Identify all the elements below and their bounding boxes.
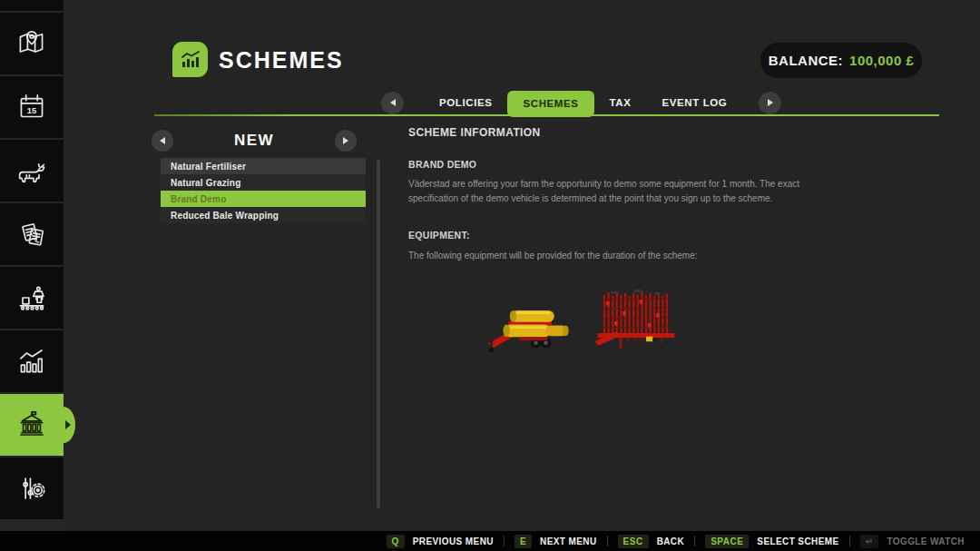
sidebar-item-animals[interactable]: [0, 140, 64, 202]
sidebar-item-settings[interactable]: [0, 458, 64, 519]
chevron-right-icon: [343, 137, 348, 144]
key-space: SPACE: [705, 535, 749, 548]
finance-icon: [13, 406, 51, 444]
tabs-prev-button[interactable]: [381, 92, 404, 114]
schemes-chart-icon: [179, 48, 202, 72]
key-esc: ESC: [618, 535, 649, 548]
animals-icon: [13, 152, 51, 190]
equipment-harrow-image: [594, 288, 678, 359]
balance-value: 100,000 £: [849, 53, 914, 68]
hint-toggle-watch: ↵ TOGGLE WATCH: [860, 535, 975, 548]
key-q: Q: [387, 535, 405, 548]
hint-previous-menu: Q PREVIOUS MENU: [387, 535, 504, 548]
page-title: SCHEMES: [219, 47, 344, 74]
list-item-reduced-bale-wrapping[interactable]: Reduced Bale Wrapping: [161, 207, 366, 223]
map-icon: [13, 25, 51, 63]
sidebar-item-production[interactable]: [0, 267, 64, 329]
equipment-images: [485, 277, 681, 359]
scheme-description: Väderstad are offering your farm the opp…: [408, 177, 815, 206]
sidebar: 15: [0, 0, 64, 531]
sidebar-item-map[interactable]: [0, 13, 64, 74]
production-icon: [13, 279, 51, 317]
hint-separator: [504, 536, 505, 546]
hint-separator: [849, 536, 850, 546]
hint-separator: [607, 536, 608, 546]
tab-bar: POLICIES SCHEMES TAX EVENT LOG: [381, 89, 781, 116]
equipment-roller-image: [485, 300, 578, 359]
equipment-heading: EQUIPMENT:: [408, 230, 470, 241]
settings-icon: [13, 469, 51, 507]
calendar-icon: 15: [13, 88, 51, 126]
sidebar-item-calendar[interactable]: 15: [0, 76, 64, 138]
sidebar-item-finance[interactable]: [0, 394, 64, 456]
scheme-list: Natural Fertiliser Natural Grazing Brand…: [161, 158, 366, 223]
sidebar-item-cropped[interactable]: [0, 0, 64, 11]
schemes-screen: 15: [0, 0, 980, 551]
key-e: E: [514, 535, 532, 548]
contracts-icon: [13, 215, 51, 253]
list-item-brand-demo[interactable]: Brand Demo: [161, 191, 366, 207]
chevron-left-icon: [390, 99, 396, 106]
schemes-app-icon: [172, 42, 208, 77]
hint-label: NEXT MENU: [540, 536, 597, 546]
chevron-right-icon: [768, 99, 773, 106]
balance-badge: BALANCE: 100,000 £: [760, 43, 922, 78]
hint-label: SELECT SCHEME: [757, 536, 838, 546]
tab-tax[interactable]: TAX: [594, 89, 647, 116]
category-title: NEW: [234, 132, 274, 150]
hint-label: TOGGLE WATCH: [887, 536, 965, 546]
hint-back: ESC BACK: [618, 535, 695, 548]
active-pointer-icon: [65, 420, 71, 429]
tab-policies[interactable]: POLICIES: [424, 89, 507, 116]
sidebar-item-contracts[interactable]: [0, 203, 64, 265]
key-hint-bar: Q PREVIOUS MENU E NEXT MENU ESC BACK SPA…: [0, 531, 980, 551]
equipment-note: The following equipment will be provided…: [408, 251, 698, 261]
hint-select-scheme: SPACE SELECT SCHEME: [705, 535, 848, 548]
category-prev-button[interactable]: [152, 130, 173, 152]
list-item-natural-grazing[interactable]: Natural Grazing: [161, 174, 366, 191]
scheme-name-heading: BRAND DEMO: [408, 159, 476, 170]
tabs-next-button[interactable]: [759, 92, 781, 114]
tab-event-log[interactable]: EVENT LOG: [647, 89, 743, 116]
return-key-icon: ↵: [860, 535, 879, 548]
category-next-button[interactable]: [335, 130, 357, 152]
scheme-category-header: NEW: [152, 128, 357, 153]
chevron-left-icon: [160, 137, 165, 144]
list-item-natural-fertiliser[interactable]: Natural Fertiliser: [161, 158, 366, 174]
hint-next-menu: E NEXT MENU: [514, 535, 607, 548]
info-section-title: SCHEME INFORMATION: [408, 126, 541, 139]
hint-label: PREVIOUS MENU: [413, 536, 494, 546]
calendar-day: 15: [27, 105, 37, 115]
tab-schemes[interactable]: SCHEMES: [507, 91, 593, 117]
balance-label: BALANCE:: [769, 53, 843, 68]
sidebar-item-statistics[interactable]: [0, 330, 64, 392]
info-scrollbar[interactable]: [377, 160, 380, 508]
statistics-icon: [13, 342, 51, 380]
hint-separator: [694, 536, 695, 546]
hint-label: BACK: [657, 536, 685, 546]
tab-underline: [154, 114, 939, 116]
